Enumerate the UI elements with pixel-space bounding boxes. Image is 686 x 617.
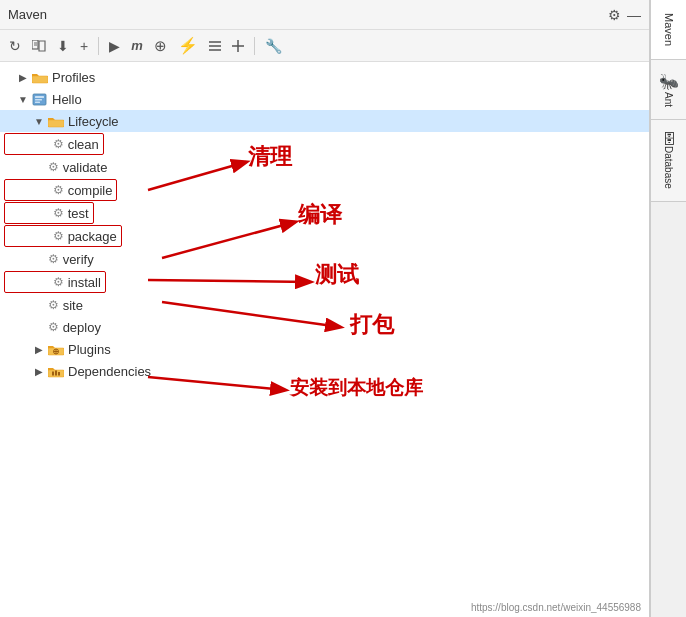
- title-bar: Maven ⚙ —: [0, 0, 649, 30]
- toggle-button[interactable]: ⚡: [175, 34, 201, 57]
- gear-icon-test: ⚙: [53, 206, 64, 220]
- tree-item-test[interactable]: ⚙ test: [4, 202, 94, 224]
- install-label: install: [68, 275, 101, 290]
- download-button[interactable]: ⬇: [54, 36, 72, 56]
- title-bar-right: ⚙ —: [608, 7, 641, 23]
- side-tab-ant[interactable]: 🐜 Ant: [651, 60, 686, 120]
- minimize-icon[interactable]: —: [627, 7, 641, 23]
- site-label: site: [63, 298, 83, 313]
- plugins-label: Plugins: [68, 342, 111, 357]
- maven-button[interactable]: m: [128, 36, 146, 55]
- tree-item-package[interactable]: ⚙ package: [4, 225, 122, 247]
- folder-icon-dependencies: [48, 364, 64, 378]
- toolbar-separator-1: [98, 37, 99, 55]
- tree-item-deploy[interactable]: ⚙ deploy: [0, 316, 649, 338]
- refresh-button[interactable]: ↻: [6, 36, 24, 56]
- tree-item-compile[interactable]: ⚙ compile: [4, 179, 117, 201]
- side-tabs: Maven 🐜 Ant 🗄 Database: [650, 0, 686, 617]
- skip-button[interactable]: ⊕: [151, 35, 170, 57]
- folder-icon-profiles: [32, 70, 48, 84]
- validate-label: validate: [63, 160, 108, 175]
- package-label: package: [68, 229, 117, 244]
- project-icon-hello: [32, 92, 48, 106]
- wrench-button[interactable]: 🔧: [262, 36, 285, 56]
- gear-icon-deploy: ⚙: [48, 320, 59, 334]
- compile-label: compile: [68, 183, 113, 198]
- ant-tab-label: Ant: [663, 92, 674, 107]
- tree-item-verify[interactable]: ⚙ verify: [0, 248, 649, 270]
- tree-item-validate[interactable]: ⚙ validate: [0, 156, 649, 178]
- database-tab-icon: 🗄: [661, 132, 677, 146]
- ant-tab-icon: 🐜: [659, 72, 678, 92]
- gear-icon-compile: ⚙: [53, 183, 64, 197]
- tree-item-install[interactable]: ⚙ install: [4, 271, 106, 293]
- side-tab-maven[interactable]: Maven: [651, 0, 686, 60]
- gear-icon-package: ⚙: [53, 229, 64, 243]
- svg-rect-21: [55, 370, 57, 375]
- arrow-profiles: [16, 70, 30, 84]
- arrow-hello: [16, 92, 30, 106]
- tree-item-dependencies[interactable]: Dependencies: [0, 360, 649, 382]
- run-button[interactable]: ▶: [106, 36, 123, 56]
- tree-item-site[interactable]: ⚙ site: [0, 294, 649, 316]
- toolbar: ↻ ⬇ + ▶ m ⊕ ⚡ 🔧: [0, 30, 649, 62]
- arrow-plugins: [32, 342, 46, 356]
- toolbar-separator-2: [254, 37, 255, 55]
- svg-rect-13: [35, 102, 40, 104]
- dependencies-label: Dependencies: [68, 364, 151, 379]
- deploy-label: deploy: [63, 320, 101, 335]
- tree-item-clean[interactable]: ⚙ clean: [4, 133, 104, 155]
- test-label: test: [68, 206, 89, 221]
- svg-rect-11: [35, 96, 44, 98]
- verify-label: verify: [63, 252, 94, 267]
- title-bar-left: Maven: [8, 7, 47, 22]
- svg-rect-14: [48, 120, 64, 127]
- maven-panel: Maven ⚙ — ↻ ⬇ + ▶ m ⊕ ⚡ 🔧: [0, 0, 650, 617]
- window-title: Maven: [8, 7, 47, 22]
- settings-icon[interactable]: ⚙: [608, 7, 621, 23]
- lines-button[interactable]: [206, 38, 224, 54]
- tree-item-hello[interactable]: Hello: [0, 88, 649, 110]
- svg-line-26: [148, 280, 310, 282]
- tree-item-profiles[interactable]: Profiles: [0, 66, 649, 88]
- footer-url: https://blog.csdn.net/weixin_44556988: [471, 602, 641, 613]
- lifecycle-label: Lifecycle: [68, 114, 119, 129]
- database-tab-label: Database: [663, 146, 674, 189]
- svg-rect-12: [35, 99, 42, 101]
- add-button[interactable]: +: [77, 36, 91, 56]
- arrow-lifecycle: [32, 114, 46, 128]
- gear-icon-clean: ⚙: [53, 137, 64, 151]
- side-tab-database[interactable]: 🗄 Database: [651, 120, 686, 202]
- svg-rect-9: [32, 76, 48, 83]
- gear-icon-install: ⚙: [53, 275, 64, 289]
- gear-icon-verify: ⚙: [48, 252, 59, 266]
- svg-rect-20: [52, 371, 54, 375]
- svg-rect-22: [58, 372, 60, 376]
- load-button[interactable]: [29, 38, 49, 54]
- folder-icon-plugins: [48, 342, 64, 356]
- tree-area: Profiles Hello Lifecycle ⚙ clean ⚙ val: [0, 62, 649, 617]
- gear-icon-validate: ⚙: [48, 160, 59, 174]
- split-button[interactable]: [229, 38, 247, 54]
- tree-item-lifecycle[interactable]: Lifecycle: [0, 110, 649, 132]
- tree-item-plugins[interactable]: Plugins: [0, 338, 649, 360]
- folder-icon-lifecycle: [48, 114, 64, 128]
- maven-tab-label: Maven: [663, 13, 675, 46]
- hello-label: Hello: [52, 92, 82, 107]
- arrow-dependencies: [32, 364, 46, 378]
- profiles-label: Profiles: [52, 70, 95, 85]
- annotation-bianyii: 编译: [298, 200, 342, 230]
- gear-icon-site: ⚙: [48, 298, 59, 312]
- svg-marker-1: [39, 41, 45, 51]
- clean-label: clean: [68, 137, 99, 152]
